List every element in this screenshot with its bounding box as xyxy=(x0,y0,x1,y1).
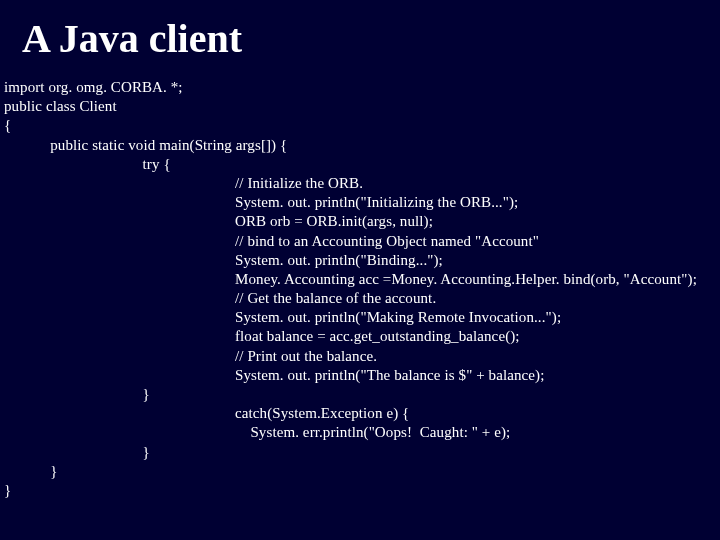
code-line: float balance = acc.get_outstanding_bala… xyxy=(4,328,520,344)
code-line: System. out. println("Initializing the O… xyxy=(4,194,518,210)
slide: A Java client import org. omg. CORBA. *;… xyxy=(0,0,720,540)
code-line: import org. omg. CORBA. *; xyxy=(4,79,183,95)
code-line: catch(System.Exception e) { xyxy=(4,405,409,421)
code-line: // Initialize the ORB. xyxy=(4,175,363,191)
code-line: { xyxy=(4,117,11,133)
code-block: import org. omg. CORBA. *; public class … xyxy=(0,78,720,500)
code-line: } xyxy=(4,482,11,498)
code-line: public static void main(String args[]) { xyxy=(4,137,287,153)
code-line: System. out. println("Binding..."); xyxy=(4,252,443,268)
code-line: } xyxy=(4,386,150,402)
code-line: ORB orb = ORB.init(args, null); xyxy=(4,213,433,229)
slide-title: A Java client xyxy=(0,0,720,78)
code-line: Money. Accounting acc =Money. Accounting… xyxy=(4,271,697,287)
code-line: public class Client xyxy=(4,98,117,114)
code-line: System. out. println("The balance is $" … xyxy=(4,367,544,383)
code-line: System. err.println("Oops! Caught: " + e… xyxy=(4,424,510,440)
code-line: // Get the balance of the account. xyxy=(4,290,436,306)
code-line: // Print out the balance. xyxy=(4,348,377,364)
code-line: try { xyxy=(4,156,171,172)
code-line: } xyxy=(4,444,150,460)
code-line: // bind to an Accounting Object named "A… xyxy=(4,233,539,249)
code-line: } xyxy=(4,463,58,479)
code-line: System. out. println("Making Remote Invo… xyxy=(4,309,561,325)
